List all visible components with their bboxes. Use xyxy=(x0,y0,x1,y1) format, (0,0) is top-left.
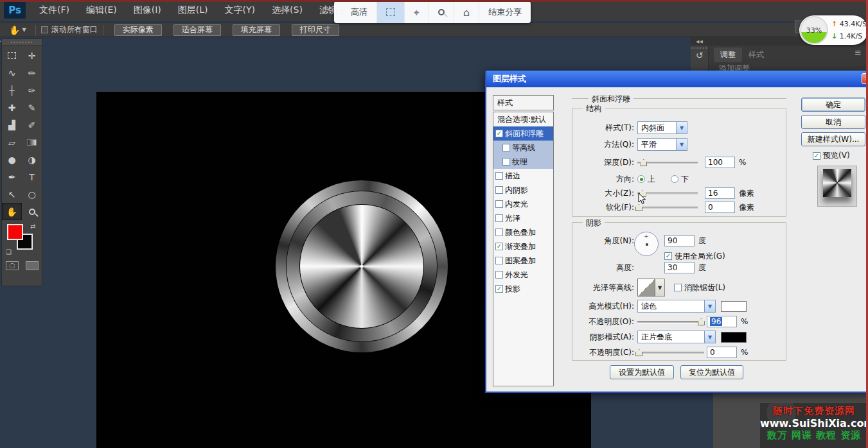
depth-slider[interactable] xyxy=(637,157,698,168)
size-input[interactable]: 16 xyxy=(705,187,735,199)
spot-healing-brush-tool[interactable]: ✚ xyxy=(2,99,22,116)
hd-button[interactable]: 高清 xyxy=(342,1,376,23)
scroll-all-windows-checkbox[interactable] xyxy=(41,26,48,33)
style-list-item[interactable]: 纹理 xyxy=(493,155,553,169)
view-button[interactable]: 适合屏幕 xyxy=(173,24,221,36)
preview-checkbox[interactable]: ✓ xyxy=(813,152,820,160)
eyedropper-tool[interactable]: ✑ xyxy=(22,82,42,99)
style-checkbox[interactable] xyxy=(502,158,510,166)
dialog-titlebar[interactable]: 图层样式 xyxy=(486,71,868,87)
style-list-item[interactable]: ✓斜面和浮雕 xyxy=(493,126,553,141)
tab-adjustments[interactable]: 调整 xyxy=(714,47,742,62)
menu-item[interactable]: 编辑(E) xyxy=(78,0,125,21)
highlight-opacity-input[interactable]: 96 xyxy=(707,316,737,327)
style-checkbox[interactable]: ✓ xyxy=(495,130,503,137)
menu-item[interactable]: 图层(L) xyxy=(170,0,217,21)
style-list-item[interactable]: 混合选项:默认 xyxy=(493,112,553,126)
crop-tool[interactable]: ┼ xyxy=(2,82,22,99)
antialias-checkbox[interactable] xyxy=(674,284,682,291)
network-monitor-overlay[interactable]: 33% ↑ 43.4K/S ↓ 1.4K/S xyxy=(799,15,868,45)
chevron-down-icon[interactable]: ▼ xyxy=(655,279,665,297)
panel-grip[interactable]: •••••••• xyxy=(2,39,42,46)
shadow-opacity-input[interactable]: 0 xyxy=(707,347,737,358)
style-list-item[interactable]: 外发光 xyxy=(493,268,553,282)
menu-item[interactable]: 图像(I) xyxy=(125,0,170,21)
gradient-tool[interactable] xyxy=(22,134,42,151)
ellipse-tool[interactable]: ○ xyxy=(22,185,42,203)
dodge-tool[interactable]: ◑ xyxy=(22,151,42,168)
style-checkbox[interactable]: ✓ xyxy=(495,243,503,250)
swap-colors-icon[interactable]: ⇄ xyxy=(30,223,35,230)
drag-handle[interactable]: ⋮⋮ xyxy=(334,10,342,14)
brush-tool[interactable]: ✎ xyxy=(22,99,42,116)
quick-selection-tool[interactable]: ✏ xyxy=(22,64,42,82)
path-selection-tool[interactable]: ↖ xyxy=(2,185,22,203)
style-checkbox[interactable] xyxy=(502,144,510,151)
move-tool[interactable]: ✛ xyxy=(22,47,42,64)
view-button[interactable]: 打印尺寸 xyxy=(292,24,339,36)
direction-down-radio[interactable] xyxy=(671,175,678,183)
reset-default-button[interactable]: 复位为默认值 xyxy=(680,365,743,379)
bevel-style-select[interactable]: 内斜面 ▼ xyxy=(637,121,687,134)
technique-select[interactable]: 平滑 ▼ xyxy=(637,138,687,151)
tab-styles[interactable]: 样式 xyxy=(742,47,770,62)
use-global-light-checkbox[interactable]: ✓ xyxy=(664,252,672,260)
history-panel-icon[interactable]: ↺ xyxy=(691,50,708,60)
zoom-button[interactable] xyxy=(429,1,454,23)
style-checkbox[interactable]: ✓ xyxy=(495,285,503,293)
menu-item[interactable]: 文件(F) xyxy=(31,0,78,21)
style-list-item[interactable]: ✓投影 xyxy=(493,282,553,296)
pen-tool[interactable]: ✒ xyxy=(2,168,22,185)
set-default-button[interactable]: 设置为默认值 xyxy=(610,365,674,379)
foreground-color-swatch[interactable] xyxy=(7,224,23,240)
shadow-opacity-slider[interactable] xyxy=(637,347,704,358)
highlight-color-swatch[interactable] xyxy=(721,301,747,312)
history-brush-tool[interactable]: ✐ xyxy=(22,116,42,134)
altitude-input[interactable]: 30 xyxy=(664,262,695,273)
panel-menu-icon[interactable]: ≡ xyxy=(855,47,862,57)
type-tool[interactable]: T xyxy=(22,168,42,185)
view-button[interactable]: 实际像素 xyxy=(114,24,162,36)
highlight-opacity-slider[interactable] xyxy=(637,316,704,327)
hand-tool-icon[interactable]: ✋ xyxy=(9,25,20,35)
panel-grip[interactable]: •••••• xyxy=(691,46,708,50)
style-list-item[interactable]: ✓渐变叠加 xyxy=(493,239,553,254)
style-checkbox[interactable] xyxy=(495,257,503,264)
style-list-item[interactable]: 内阴影 xyxy=(493,183,553,197)
region-select-button[interactable] xyxy=(376,1,404,23)
soften-input[interactable]: 0 xyxy=(705,202,735,213)
style-checkbox[interactable] xyxy=(495,271,503,279)
style-checkbox[interactable] xyxy=(495,228,503,236)
view-button[interactable]: 填充屏幕 xyxy=(233,24,280,36)
lasso-tool[interactable]: ∿ xyxy=(2,64,22,82)
screen-mode-button[interactable] xyxy=(26,261,39,270)
hand-tool[interactable]: ✋ xyxy=(2,203,22,220)
gloss-contour-swatch[interactable] xyxy=(637,279,655,297)
menu-item[interactable]: 文字(Y) xyxy=(217,0,263,21)
style-list-item[interactable]: 描边 xyxy=(493,169,553,183)
style-list-item[interactable]: 等高线 xyxy=(493,141,553,155)
style-list-item[interactable]: 图案叠加 xyxy=(493,254,553,268)
end-share-button[interactable]: 结束分享 xyxy=(479,1,531,23)
style-list-item[interactable]: 颜色叠加 xyxy=(493,225,553,239)
direction-up-radio[interactable] xyxy=(637,175,645,183)
quick-mask-button[interactable] xyxy=(6,261,19,270)
blur-tool[interactable]: ● xyxy=(2,151,22,168)
shadow-mode-select[interactable]: 正片叠底 ▼ xyxy=(637,331,716,343)
new-style-button[interactable]: 新建样式(W)... xyxy=(801,132,865,146)
chevron-down-icon[interactable]: ▼ xyxy=(704,300,715,312)
default-colors-icon[interactable]: ❏ xyxy=(6,248,12,255)
share-button[interactable]: ⌂ xyxy=(454,1,479,23)
chevron-down-icon[interactable]: ▼ xyxy=(704,331,715,343)
style-list-item[interactable]: 光泽 xyxy=(493,211,553,225)
style-checkbox[interactable] xyxy=(495,200,503,208)
cancel-button[interactable]: 取消 xyxy=(801,115,865,129)
depth-input[interactable]: 100 xyxy=(705,157,735,168)
style-checkbox[interactable] xyxy=(495,186,503,194)
ok-button[interactable]: 确定 xyxy=(801,98,865,112)
style-checkbox[interactable] xyxy=(495,214,503,222)
chevron-down-icon[interactable]: ▼ xyxy=(676,139,687,150)
chevron-down-icon[interactable]: ▼ xyxy=(22,27,26,33)
shadow-color-swatch[interactable] xyxy=(721,332,747,343)
eraser-tool[interactable]: ▱ xyxy=(2,134,22,151)
